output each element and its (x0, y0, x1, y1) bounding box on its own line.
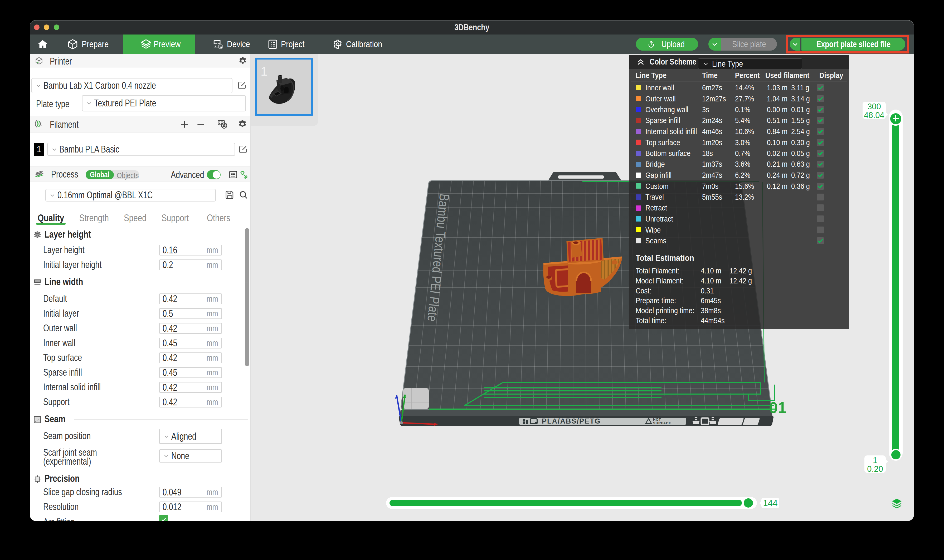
svg-text:01: 01 (769, 399, 787, 417)
svg-text:SURFACE: SURFACE (653, 421, 671, 425)
svg-text:HOT: HOT (653, 417, 661, 422)
svg-text:PLA/ABS/PETG: PLA/ABS/PETG (542, 417, 601, 425)
